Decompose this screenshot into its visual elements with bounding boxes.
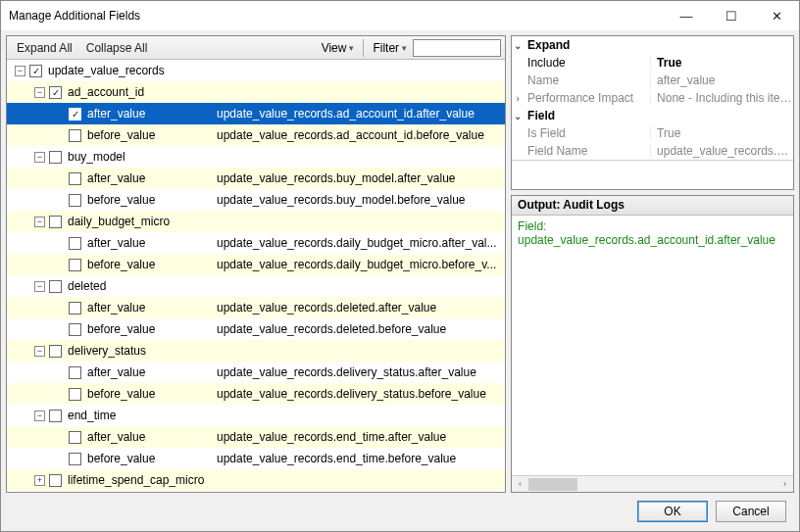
checkbox[interactable] — [69, 237, 81, 250]
checkbox[interactable] — [69, 129, 81, 142]
tree-row[interactable]: after_valueupdate_value_records.end_time… — [7, 426, 505, 448]
ok-button[interactable]: OK — [637, 501, 708, 522]
tree-label: after_value — [85, 301, 145, 314]
tree-path: update_value_records.ad_account_id.befor… — [213, 128, 505, 142]
dialog-window: Manage Additional Fields — ☐ ✕ Expand Al… — [0, 0, 800, 532]
tree-row[interactable]: −✓ad_account_id — [7, 81, 505, 103]
prop-performance: ›Performance ImpactNone - Including this… — [512, 89, 793, 107]
properties-panel: ⌄Expand IncludeTrue Nameafter_value ›Per… — [511, 35, 794, 190]
scroll-right-icon[interactable]: › — [776, 476, 793, 493]
minus-icon[interactable]: − — [34, 152, 45, 163]
tree-path: update_value_records.deleted.before_valu… — [213, 322, 505, 336]
tree-row[interactable]: ✓after_valueupdate_value_records.ad_acco… — [7, 103, 505, 124]
tree-row[interactable]: before_valueupdate_value_records.deleted… — [7, 318, 505, 340]
view-dropdown[interactable]: View ▾ — [318, 39, 359, 57]
tree-row[interactable]: before_valueupdate_value_records.buy_mod… — [7, 189, 505, 211]
filter-input[interactable] — [413, 39, 501, 57]
scroll-left-icon[interactable]: ‹ — [512, 476, 528, 493]
tree-row[interactable]: before_valueupdate_value_records.end_tim… — [7, 448, 505, 469]
tree-row[interactable]: before_valueupdate_value_records.ad_acco… — [7, 124, 505, 146]
tree-row[interactable]: after_valueupdate_value_records.daily_bu… — [7, 232, 505, 254]
tree-label: ad_account_id — [66, 85, 144, 99]
checkbox[interactable] — [69, 431, 81, 444]
tree-row[interactable]: after_valueupdate_value_records.buy_mode… — [7, 168, 505, 189]
tree-label: before_value — [85, 387, 155, 401]
minimize-button[interactable]: — — [664, 1, 709, 30]
checkbox[interactable] — [69, 172, 81, 185]
tree-row[interactable]: −buy_model — [7, 146, 505, 168]
close-button[interactable]: ✕ — [754, 1, 799, 30]
checkbox[interactable] — [49, 474, 62, 487]
scrollbar-thumb[interactable] — [528, 478, 577, 491]
tree-path: update_value_records.end_time.before_val… — [213, 452, 505, 465]
titlebar: Manage Additional Fields — ☐ ✕ — [1, 1, 799, 30]
checkbox[interactable] — [49, 280, 62, 293]
tree-row[interactable]: after_valueupdate_value_records.deleted.… — [7, 297, 505, 318]
collapse-icon[interactable]: ⌄ — [512, 40, 524, 51]
minus-icon[interactable]: − — [34, 87, 45, 98]
tree-path: update_value_records.ad_account_id.after… — [213, 107, 505, 121]
collapse-all-button[interactable]: Collapse All — [80, 39, 154, 57]
tree-row[interactable]: −delivery_status — [7, 340, 505, 362]
checkbox[interactable] — [69, 302, 81, 314]
cancel-button[interactable]: Cancel — [716, 501, 786, 522]
tree-row[interactable]: +lifetime_spend_cap_micro — [7, 469, 505, 491]
tree-label: update_value_records — [46, 64, 165, 77]
checkbox[interactable] — [69, 388, 81, 401]
tree-path: update_value_records.buy_model.before_va… — [213, 193, 505, 207]
minus-icon[interactable]: − — [34, 411, 45, 421]
checkbox[interactable] — [49, 216, 62, 228]
minus-icon[interactable]: − — [34, 217, 45, 227]
minus-icon[interactable]: − — [34, 346, 45, 357]
tree-path: update_value_records.deleted.after_value — [213, 301, 505, 314]
tree-label: after_value — [85, 430, 145, 444]
plus-icon[interactable]: + — [34, 475, 45, 486]
tree-label: before_value — [85, 128, 155, 142]
tree-row[interactable]: −end_time — [7, 405, 505, 426]
checkbox[interactable] — [69, 194, 81, 207]
tree-row[interactable]: before_valueupdate_value_records.deliver… — [7, 383, 505, 405]
checkbox[interactable]: ✓ — [29, 65, 42, 77]
tree-label: before_value — [85, 258, 155, 271]
horizontal-scrollbar[interactable]: ‹ › — [512, 475, 793, 492]
expand-all-button[interactable]: Expand All — [11, 39, 78, 57]
checkbox[interactable] — [49, 151, 62, 164]
minus-icon[interactable]: − — [34, 281, 45, 292]
filter-dropdown[interactable]: Filter ▾ — [369, 39, 411, 57]
tree-path: update_value_records.delivery_status.bef… — [213, 387, 505, 401]
minus-icon[interactable]: − — [15, 66, 25, 76]
maximize-button[interactable]: ☐ — [709, 1, 754, 30]
checkbox[interactable]: ✓ — [69, 108, 81, 121]
window-title: Manage Additional Fields — [9, 9, 664, 23]
tree-panel: Expand All Collapse All View ▾ Filter ▾ … — [6, 35, 506, 493]
tree-row[interactable]: after_valueupdate_value_records.delivery… — [7, 362, 505, 383]
tree-row[interactable]: −✓update_value_records — [7, 60, 505, 81]
expand-icon[interactable]: › — [512, 93, 524, 104]
window-buttons: — ☐ ✕ — [664, 1, 799, 30]
tree-row[interactable]: before_valueupdate_value_records.daily_b… — [7, 254, 505, 275]
checkbox[interactable]: ✓ — [49, 86, 62, 99]
view-label: View — [322, 41, 347, 55]
output-panel: Output: Audit Logs Field: update_value_r… — [511, 195, 794, 493]
field-tree[interactable]: −✓update_value_records−✓ad_account_id✓af… — [7, 60, 505, 492]
collapse-icon[interactable]: ⌄ — [512, 111, 524, 121]
chevron-down-icon: ▾ — [402, 43, 407, 53]
dialog-content: Expand All Collapse All View ▾ Filter ▾ … — [1, 30, 799, 531]
tree-label: daily_budget_micro — [66, 215, 170, 228]
tree-label: delivery_status — [66, 344, 146, 358]
output-title: Output: Audit Logs — [512, 196, 793, 216]
checkbox[interactable] — [69, 453, 81, 465]
tree-row[interactable]: −deleted — [7, 275, 505, 297]
checkbox[interactable] — [69, 366, 81, 379]
prop-include[interactable]: IncludeTrue — [512, 54, 793, 72]
tree-path: update_value_records.delivery_status.aft… — [213, 365, 505, 379]
tree-label: after_value — [85, 171, 145, 185]
tree-row[interactable]: −daily_budget_micro — [7, 211, 505, 232]
checkbox[interactable] — [69, 259, 81, 271]
checkbox[interactable] — [49, 345, 62, 358]
expand-section-header: Expand — [524, 38, 651, 52]
checkbox[interactable] — [69, 323, 81, 336]
output-field-line: Field: update_value_records.ad_account_i… — [518, 219, 775, 247]
dialog-footer: OK Cancel — [6, 497, 794, 526]
checkbox[interactable] — [49, 410, 62, 422]
